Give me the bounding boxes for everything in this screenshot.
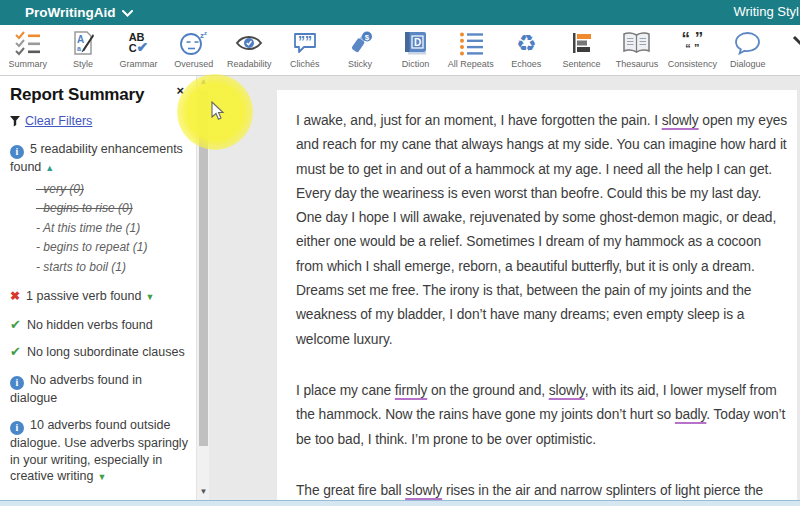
check-icon: ✔ xyxy=(10,344,21,361)
toolbar-item-label: Style xyxy=(73,59,93,69)
clear-filters-link[interactable]: Clear Filters xyxy=(25,114,92,128)
toolbar-item-sticky[interactable]: $Sticky xyxy=(332,25,387,75)
bottom-bar xyxy=(0,500,800,506)
info-icon: i xyxy=(10,421,24,435)
chevron-up-icon[interactable]: ▲ xyxy=(45,163,54,173)
svg-text:$: $ xyxy=(364,33,369,42)
toolbar-item-overused[interactable]: z zOverused xyxy=(166,25,221,75)
diction-dictionary-icon: D xyxy=(403,28,428,58)
report-sub-item[interactable]: - very (0) xyxy=(36,180,190,200)
paragraph: I awake, and, just for an moment, I have… xyxy=(296,109,789,352)
toolbar-item-label: Diction xyxy=(402,59,430,69)
chevron-down-icon xyxy=(122,10,133,17)
info-icon: i xyxy=(10,376,24,390)
paragraph: I place my cane firmly on the ground and… xyxy=(296,379,789,452)
text-run: The great fire ball xyxy=(296,483,405,498)
echoes-recycle-icon: ♻ xyxy=(516,28,537,58)
toolbar-item-echoes[interactable]: ♻Echoes xyxy=(499,25,554,75)
all-repeats-list-icon xyxy=(458,28,484,58)
report-item[interactable]: i10 adverbs found outside dialogue. Use … xyxy=(10,417,190,486)
report-sub-item[interactable]: - begins to rise (0) xyxy=(36,199,190,219)
adverb-highlight[interactable]: badly xyxy=(675,407,706,422)
close-icon[interactable]: × xyxy=(176,83,184,98)
text-run: on the ground and, xyxy=(427,383,549,398)
toolbar-item-label: All Repeats xyxy=(448,59,494,69)
info-icon: i xyxy=(10,145,24,159)
report-sub-list: - very (0)- begins to rise (0)- At this … xyxy=(36,180,190,278)
toolbar-item-diction[interactable]: DDiction xyxy=(388,25,443,75)
adverb-highlight[interactable]: slowly xyxy=(405,483,442,498)
toolbar-item-label: Grammar xyxy=(119,59,157,69)
grammar-abc-check-icon: ABC✔ xyxy=(129,28,149,58)
filter-icon xyxy=(10,116,20,127)
thesaurus-book-icon xyxy=(622,28,651,58)
cross-icon: ✖ xyxy=(10,288,20,305)
toolbar-item-all-repeats[interactable]: All Repeats xyxy=(443,25,498,75)
adverb-highlight[interactable]: slowly xyxy=(662,113,699,128)
toolbar-item-readability[interactable]: Readability xyxy=(222,25,277,75)
document-text[interactable]: I awake, and, just for an moment, I have… xyxy=(277,90,797,506)
text-run: I awake, and, just for an moment, I have… xyxy=(296,113,662,128)
report-summary-panel: Report Summary × Clear Filters i5 readab… xyxy=(0,76,196,500)
svg-text:””: ”” xyxy=(298,33,312,49)
scrollbar-thumb[interactable] xyxy=(199,90,208,446)
toolbar-item-label: Sticky xyxy=(348,59,372,69)
toolbar-item-p[interactable]: P xyxy=(775,25,800,75)
report-sub-item[interactable]: - At this time the (1) xyxy=(36,219,190,239)
top-bar: ProWritingAid Writing Styl xyxy=(0,0,800,25)
dialogue-bubble-icon xyxy=(734,28,761,58)
report-item[interactable]: i5 readability enhancements found▲- very… xyxy=(10,141,190,277)
adverb-highlight[interactable]: slowly xyxy=(549,383,585,398)
report-item[interactable]: ✔No long subordinate clauses xyxy=(10,344,190,361)
report-item[interactable]: ✖1 passive verb found▼ xyxy=(10,288,190,306)
brand-label: ProWritingAid xyxy=(25,5,116,20)
document-page: I awake, and, just for an moment, I have… xyxy=(277,90,797,502)
toolbar-item-label: Overused xyxy=(174,59,213,69)
panel-title: Report Summary xyxy=(10,85,144,105)
editor-area: I awake, and, just for an moment, I have… xyxy=(209,76,800,500)
text-run: open my eyes and reach for my cane that … xyxy=(296,113,787,347)
overused-sleepy-face-icon: z z xyxy=(179,28,208,58)
svg-text:D: D xyxy=(414,37,421,48)
svg-text:z: z xyxy=(204,30,207,36)
toolbar-item-grammar[interactable]: ABC✔Grammar xyxy=(111,25,166,75)
sidebar-scrollbar[interactable]: ▲ ▼ xyxy=(196,76,209,500)
toolbar-item-dialogue[interactable]: Dialogue xyxy=(720,25,775,75)
toolbar-item-label: Echoes xyxy=(511,59,541,69)
toolbar-item-label: Consistency xyxy=(668,59,717,69)
cliches-quote-bubble-icon: ”” xyxy=(292,28,318,58)
chevron-down-icon[interactable]: ▼ xyxy=(97,472,106,482)
report-item[interactable]: iNo adverbs found in dialogue xyxy=(10,372,190,407)
toolbar-item-summary[interactable]: Summary xyxy=(0,25,55,75)
toolbar-item-label: Summary xyxy=(8,59,47,69)
style-quill-icon: A a xyxy=(70,28,96,58)
summary-checklist-icon xyxy=(14,28,42,58)
report-summary-list: i5 readability enhancements found▲- very… xyxy=(10,141,190,500)
writing-style-label: Writing Styl xyxy=(734,4,800,19)
toolbar-item-sentence[interactable]: Sentence xyxy=(554,25,609,75)
report-sub-item[interactable]: - begins to repeat (1) xyxy=(36,238,190,258)
svg-text:a: a xyxy=(77,45,81,52)
toolbar-item-thesaurus[interactable]: Thesaurus xyxy=(609,25,664,75)
toolbar-item-label: Readability xyxy=(227,59,272,69)
toolbar-item-label: Thesaurus xyxy=(616,59,659,69)
sticky-glue-bottle-icon: $ xyxy=(347,28,374,58)
pacing-icon xyxy=(792,28,800,58)
toolbar-item-label: Dialogue xyxy=(730,59,766,69)
toolbar-item-label: Sentence xyxy=(563,59,601,69)
consistency-quotes-icon: “ ”“ ” xyxy=(682,28,704,58)
toolbar-item-consistency[interactable]: “ ”“ ”Consistency xyxy=(665,25,720,75)
sentence-bars-icon xyxy=(570,28,594,58)
toolbar-item-style[interactable]: A a Style xyxy=(55,25,110,75)
adverb-highlight[interactable]: firmly xyxy=(395,383,427,398)
chevron-down-icon[interactable]: ▼ xyxy=(145,292,154,302)
brand-menu[interactable]: ProWritingAid xyxy=(25,5,133,20)
toolbar-item-label: Clichés xyxy=(290,59,320,69)
report-item[interactable]: ✔No hidden verbs found xyxy=(10,317,190,334)
svg-text:A: A xyxy=(77,34,84,45)
report-sub-item[interactable]: - starts to boil (1) xyxy=(36,258,190,278)
toolbar-item-clich-s[interactable]: ””Clichés xyxy=(277,25,332,75)
readability-eye-icon xyxy=(235,28,263,58)
text-run: I place my cane xyxy=(296,383,395,398)
check-icon: ✔ xyxy=(10,317,21,334)
